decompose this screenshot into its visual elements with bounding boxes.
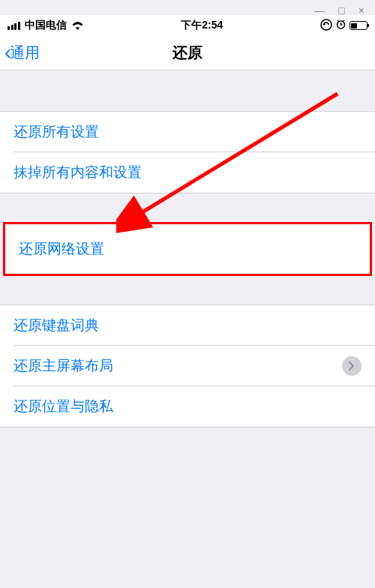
cell-label: 还原主屏幕布局 [14, 356, 113, 376]
reset-home-screen-cell[interactable]: 还原主屏幕布局 [0, 346, 375, 386]
highlighted-group: 还原网络设置 [3, 222, 372, 276]
status-time: 下午2:54 [181, 19, 223, 32]
close-icon[interactable]: × [358, 4, 364, 16]
reset-network-settings-cell[interactable]: 还原网络设置 [5, 224, 370, 274]
back-button[interactable]: ‹ 通用 [0, 41, 40, 64]
battery-icon [350, 21, 368, 30]
navigation-bar: ‹ 通用 还原 [0, 36, 375, 70]
cell-label: 还原键盘词典 [14, 316, 99, 335]
maximize-icon[interactable]: □ [338, 4, 344, 16]
cell-label: 还原所有设置 [14, 122, 99, 142]
settings-group-1: 还原所有设置 抹掉所有内容和设置 [0, 111, 375, 194]
status-left: 中国电信 [8, 19, 84, 32]
wifi-icon [71, 20, 84, 32]
reset-all-settings-cell[interactable]: 还原所有设置 [0, 112, 375, 152]
carrier-label: 中国电信 [25, 19, 67, 32]
settings-group-3: 还原键盘词典 还原主屏幕布局 还原位置与隐私 [0, 304, 375, 428]
disclosure-icon [342, 356, 362, 376]
signal-icon [8, 22, 20, 30]
page-title: 还原 [172, 43, 202, 63]
cell-label: 抹掉所有内容和设置 [14, 163, 142, 182]
window-controls: — □ × [304, 0, 375, 21]
cell-label: 还原位置与隐私 [14, 397, 113, 416]
cell-label: 还原网络设置 [19, 239, 104, 259]
reset-keyboard-dictionary-cell[interactable]: 还原键盘词典 [0, 305, 375, 346]
reset-location-privacy-cell[interactable]: 还原位置与隐私 [0, 386, 375, 427]
content-area: 还原所有设置 抹掉所有内容和设置 还原网络设置 还原键盘词典 还原主屏幕布局 还… [0, 70, 375, 428]
erase-all-content-cell[interactable]: 抹掉所有内容和设置 [0, 152, 375, 193]
minimize-icon[interactable]: — [314, 4, 325, 16]
back-label: 通用 [10, 43, 40, 63]
